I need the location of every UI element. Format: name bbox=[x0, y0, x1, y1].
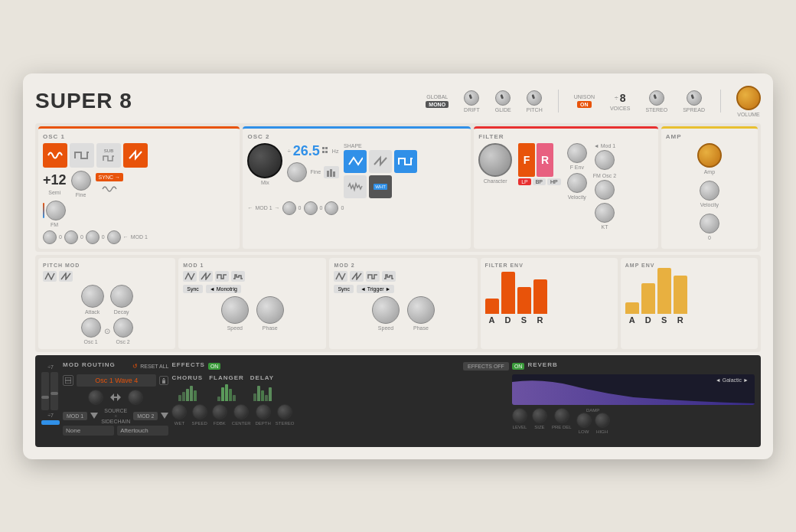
osc1-wave-square[interactable] bbox=[70, 143, 94, 168]
osc1-wave-saw[interactable] bbox=[123, 143, 148, 168]
osc2-wave-tri[interactable] bbox=[344, 150, 367, 173]
pitch-knob[interactable] bbox=[527, 90, 542, 106]
stereo-knob[interactable] bbox=[649, 90, 664, 106]
filter-type-hp[interactable]: HP bbox=[547, 178, 561, 185]
effects-off-btn[interactable]: EFFECTS OFF bbox=[463, 362, 509, 370]
mod1-shape-saw[interactable] bbox=[199, 271, 213, 282]
osc1-fine-knob[interactable] bbox=[71, 171, 91, 191]
filter-key-f[interactable]: F bbox=[518, 143, 535, 177]
mod2-shape-square[interactable] bbox=[366, 271, 380, 282]
reverb-preset-selector[interactable]: ◄ Galactic ► bbox=[716, 377, 749, 383]
slider-1[interactable] bbox=[41, 372, 49, 410]
effect-center-knob[interactable] bbox=[233, 404, 249, 419]
filter-fmosc2-knob[interactable] bbox=[595, 180, 615, 200]
amp-velocity-knob[interactable] bbox=[700, 181, 719, 201]
effect-stereo-knob[interactable] bbox=[277, 404, 292, 419]
osc2-mix-knob[interactable] bbox=[247, 143, 282, 178]
osc2-fine-knob[interactable] bbox=[287, 162, 307, 182]
osc1-mod-knob3[interactable] bbox=[86, 230, 100, 244]
effects-on-badge: ON bbox=[208, 363, 221, 370]
mod2-sync-btn[interactable]: Sync bbox=[334, 285, 354, 293]
pitchmod-attack-knob[interactable] bbox=[81, 285, 104, 308]
osc2-wave-noise[interactable] bbox=[344, 175, 367, 198]
routing-none-select[interactable]: None bbox=[63, 426, 114, 436]
routing-aftertouch-select[interactable]: Aftertouch bbox=[117, 426, 168, 436]
osc2-mod-knob2[interactable] bbox=[304, 201, 318, 215]
mod1-phase-knob[interactable] bbox=[256, 296, 284, 324]
osc2-mod-knob3[interactable] bbox=[325, 201, 338, 215]
mod1-speed-knob[interactable] bbox=[221, 296, 249, 324]
routing-mod1-btn[interactable]: MOD 1 bbox=[63, 412, 87, 420]
effect-wet-knob[interactable] bbox=[171, 404, 187, 419]
amp-zero-knob[interactable] bbox=[700, 214, 719, 233]
reverb-low-knob[interactable] bbox=[576, 413, 592, 428]
osc1-wave-sub[interactable]: SUB bbox=[96, 143, 121, 168]
mod1-monotrig-btn[interactable]: ◄ Monotrig bbox=[206, 285, 241, 293]
osc1-mod-knob4[interactable] bbox=[107, 230, 121, 244]
osc1-wave-sine[interactable] bbox=[43, 143, 67, 168]
voices-label: VOICES bbox=[610, 106, 630, 111]
osc1-fm-knob[interactable] bbox=[46, 201, 66, 220]
mod2-speed-knob[interactable] bbox=[372, 296, 400, 324]
slider-2[interactable] bbox=[51, 372, 58, 410]
svg-rect-0 bbox=[322, 147, 325, 149]
reverb-high-knob[interactable] bbox=[595, 413, 610, 428]
filter-title: FILTER bbox=[478, 133, 654, 140]
mod2-shape-sh[interactable] bbox=[382, 271, 396, 282]
osc2-mod-knob1[interactable] bbox=[282, 201, 296, 215]
filter-fenv-knob[interactable] bbox=[567, 143, 587, 163]
filter-type-bp[interactable]: BP bbox=[533, 178, 546, 185]
routing-knob-2[interactable] bbox=[128, 390, 143, 405]
reset-all-btn[interactable]: ↺ RESET ALL bbox=[132, 363, 168, 370]
drift-group: DRIFT bbox=[464, 90, 480, 113]
osc2-wavetable-icon[interactable] bbox=[324, 166, 339, 178]
glide-knob[interactable] bbox=[495, 90, 511, 106]
routing-knob-1[interactable] bbox=[88, 390, 103, 405]
filter-env-bars: A D S R bbox=[485, 271, 613, 325]
reverb-damp-knobs: LOW HIGH bbox=[576, 413, 610, 434]
reverb-level-knob[interactable] bbox=[512, 408, 527, 423]
effect-speed-knob[interactable] bbox=[192, 404, 207, 419]
osc1-sync-btn[interactable]: SYNC → bbox=[96, 173, 123, 181]
drift-knob[interactable] bbox=[464, 90, 479, 106]
volume-knob[interactable] bbox=[736, 86, 761, 110]
mod2-shape-tri[interactable] bbox=[334, 271, 347, 282]
pitchmod-osc2-knob[interactable] bbox=[113, 318, 133, 338]
pitchmod-decay-knob[interactable] bbox=[110, 285, 133, 308]
stereo-label: STEREO bbox=[645, 107, 667, 113]
filter-character-knob[interactable] bbox=[478, 143, 512, 177]
effect-fdbk-knob[interactable] bbox=[212, 404, 227, 419]
osc2-mod-row: ← MOD 1 → 0 0 0 bbox=[247, 201, 466, 215]
mod1-shape-sh[interactable] bbox=[231, 271, 245, 282]
effect-depth-knob[interactable] bbox=[256, 404, 271, 419]
filter-mod1-knob[interactable] bbox=[595, 150, 615, 170]
osc2-wave-wht[interactable]: WHT bbox=[369, 175, 392, 198]
amp-knob[interactable] bbox=[697, 143, 722, 168]
mod1-sync-btn[interactable]: Sync bbox=[183, 285, 203, 293]
routing-source-select[interactable]: Osc 1 Wave 4 bbox=[77, 374, 156, 387]
mod1-shape-square[interactable] bbox=[215, 271, 229, 282]
filter-type-lp[interactable]: LP bbox=[518, 178, 531, 185]
pitchmod-osc1-group: Osc 1 bbox=[81, 318, 101, 344]
mod1-controls: Sync ◄ Monotrig bbox=[183, 285, 321, 293]
mod2-trigger-btn[interactable]: ◄ Trigger ► bbox=[357, 285, 395, 293]
routing-expand-btn[interactable] bbox=[63, 375, 73, 386]
spread-knob[interactable] bbox=[687, 90, 702, 106]
osc2-wave-saw[interactable] bbox=[369, 150, 392, 173]
osc2-wave-square[interactable] bbox=[394, 150, 417, 173]
filter-key-r[interactable]: R bbox=[537, 143, 553, 177]
filter-kt-knob[interactable] bbox=[595, 203, 615, 223]
mod2-phase-knob[interactable] bbox=[407, 296, 435, 324]
osc1-mod-knob1[interactable] bbox=[43, 230, 57, 244]
routing-mod2-btn[interactable]: MOD 2 bbox=[133, 412, 158, 420]
mod2-shape-saw[interactable] bbox=[350, 271, 364, 282]
reverb-size-knob[interactable] bbox=[532, 408, 547, 423]
pitchmod-shape-tri[interactable] bbox=[43, 271, 57, 282]
filter-velocity-knob[interactable] bbox=[567, 173, 587, 193]
pitchmod-shape-saw[interactable] bbox=[59, 271, 73, 282]
pitchmod-osc1-knob[interactable] bbox=[81, 318, 101, 338]
osc1-mod-knob2[interactable] bbox=[64, 230, 78, 244]
reverb-predelay-knob[interactable] bbox=[554, 408, 569, 423]
fm-gradient-bar bbox=[43, 203, 44, 218]
mod1-shape-tri[interactable] bbox=[183, 271, 197, 282]
